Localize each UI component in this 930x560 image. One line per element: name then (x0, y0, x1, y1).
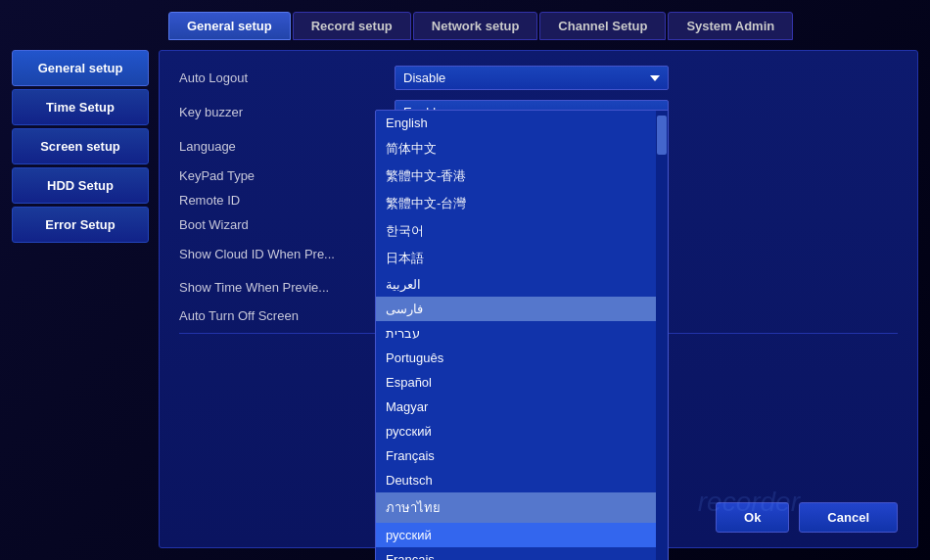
language-label: Language (179, 139, 395, 154)
sidebar-item-time-setup[interactable]: Time Setup (12, 89, 149, 125)
main-panel: Auto Logout Disable Key buzzer Enable La… (159, 50, 918, 548)
tab-system-admin[interactable]: System Admin (668, 12, 793, 40)
keypad-type-label: KeyPad Type (179, 168, 395, 183)
sidebar-item-error-setup[interactable]: Error Setup (12, 207, 149, 243)
sidebar-item-general-setup[interactable]: General setup (12, 50, 149, 86)
dropdown-item-simplified-chinese[interactable]: 简体中文 (376, 135, 656, 163)
dropdown-item-hungarian[interactable]: Magyar (376, 395, 656, 419)
dropdown-list: English 简体中文 繁體中文-香港 繁體中文-台灣 한국어 日本語 الع… (376, 111, 656, 560)
dropdown-scrollbar[interactable] (656, 111, 668, 560)
dropdown-item-spanish[interactable]: Español (376, 370, 656, 395)
dropdown-item-persian[interactable]: فارسی (376, 297, 656, 321)
dropdown-item-english[interactable]: English (376, 111, 656, 135)
main-container: General setup Record setup Network setup… (0, 0, 930, 560)
dropdown-item-thai1[interactable]: ภาษาไทย (376, 492, 656, 523)
content-area: General setup Time Setup Screen setup HD… (12, 50, 918, 548)
sidebar-item-screen-setup[interactable]: Screen setup (12, 128, 149, 164)
boot-wizard-label: Boot Wizard (179, 217, 395, 232)
tab-general-setup[interactable]: General setup (168, 12, 291, 40)
cancel-button[interactable]: Cancel (799, 502, 898, 533)
auto-logout-value: Disable (403, 70, 645, 85)
tab-network-setup[interactable]: Network setup (413, 12, 538, 40)
dropdown-item-german1[interactable]: Deutsch (376, 468, 656, 492)
auto-logout-arrow-icon (650, 75, 660, 81)
tab-record-setup[interactable]: Record setup (293, 12, 411, 40)
dropdown-item-russian2[interactable]: русский (376, 523, 656, 547)
show-time-label: Show Time When Previe... (179, 280, 395, 295)
top-tab-bar: General setup Record setup Network setup… (168, 12, 918, 40)
dropdown-item-portuguese[interactable]: Português (376, 346, 656, 370)
dropdown-item-traditional-chinese-hk[interactable]: 繁體中文-香港 (376, 163, 656, 190)
dropdown-item-korean[interactable]: 한국어 (376, 217, 656, 245)
dropdown-item-arabic[interactable]: العربية (376, 272, 656, 297)
auto-logout-select[interactable]: Disable (395, 66, 669, 90)
remote-id-label: Remote ID (179, 193, 395, 208)
sidebar: General setup Time Setup Screen setup HD… (12, 50, 149, 548)
auto-turn-off-label: Auto Turn Off Screen (179, 308, 395, 323)
scrollbar-thumb-top (657, 116, 667, 155)
tab-channel-setup[interactable]: Channel Setup (539, 12, 666, 40)
watermark-recorder: recorder (698, 487, 800, 518)
auto-logout-label: Auto Logout (179, 70, 395, 85)
dropdown-item-french2[interactable]: Français (376, 547, 656, 560)
dropdown-item-japanese[interactable]: 日本語 (376, 245, 656, 272)
dropdown-item-russian1[interactable]: русский (376, 419, 656, 443)
show-cloud-id-label: Show Cloud ID When Pre... (179, 247, 395, 261)
language-dropdown[interactable]: English 简体中文 繁體中文-香港 繁體中文-台灣 한국어 日本語 الع… (375, 110, 669, 560)
sidebar-item-hdd-setup[interactable]: HDD Setup (12, 167, 149, 204)
key-buzzer-label: Key buzzer (179, 105, 395, 119)
dropdown-item-french1[interactable]: Français (376, 443, 656, 468)
dropdown-item-traditional-chinese-tw[interactable]: 繁體中文-台灣 (376, 190, 656, 217)
dropdown-item-hebrew[interactable]: עברית (376, 321, 656, 346)
auto-logout-row: Auto Logout Disable (179, 66, 898, 90)
